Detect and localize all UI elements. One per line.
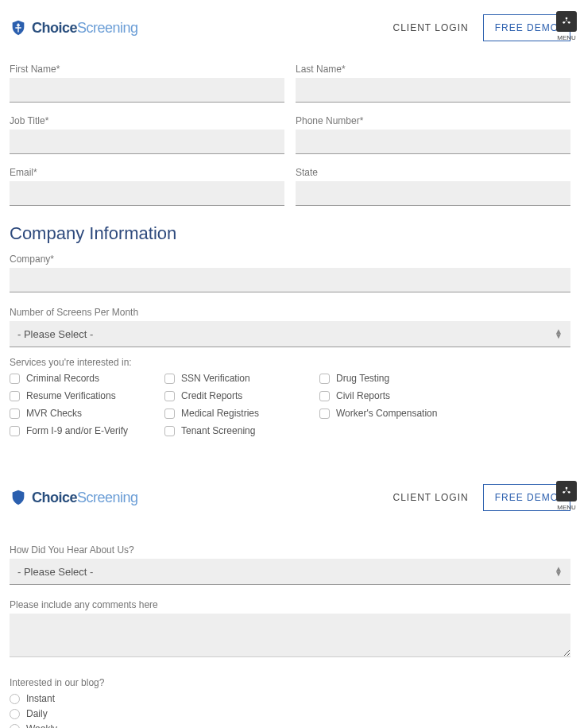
last-name-label: Last Name*	[296, 64, 570, 75]
email-input[interactable]	[10, 181, 284, 206]
first-name-input[interactable]	[10, 78, 284, 103]
services-label: Services you're interested in:	[10, 357, 570, 368]
screens-per-month-label: Number of Screens Per Month	[10, 307, 570, 318]
checkbox-credit-reports[interactable]: Credit Reports	[164, 390, 319, 401]
site-header: ChoiceScreening CLIENT LOGIN FREE DEMO	[0, 0, 580, 51]
menu-label: MENU	[556, 34, 577, 41]
menu-toggle[interactable]: MENU	[556, 11, 577, 41]
screens-per-month-select[interactable]: - Please Select -	[10, 321, 570, 347]
radio-weekly[interactable]: Weekly	[10, 723, 570, 728]
checkbox-icon	[319, 409, 330, 419]
checkbox-icon	[164, 426, 175, 436]
company-label: Company*	[10, 254, 570, 265]
header-nav: CLIENT LOGIN FREE DEMO	[393, 14, 570, 41]
how-did-you-hear-label: How Did You Hear About Us?	[10, 544, 570, 556]
menu-icon	[556, 11, 577, 32]
checkbox-icon	[164, 409, 175, 419]
checkbox-civil-reports[interactable]: Civil Reports	[319, 390, 474, 401]
first-name-label: First Name*	[10, 64, 284, 75]
shield-icon	[10, 19, 27, 37]
radio-icon	[10, 694, 20, 704]
email-label: Email*	[10, 167, 284, 178]
menu-toggle[interactable]: MENU	[556, 481, 577, 511]
shield-icon	[10, 489, 27, 506]
svg-point-0	[566, 17, 568, 20]
client-login-link[interactable]: CLIENT LOGIN	[393, 492, 469, 503]
checkbox-mvr-checks[interactable]: MVR Checks	[10, 408, 164, 419]
phone-label: Phone Number*	[296, 115, 570, 126]
blog-interest-label: Interested in our blog?	[10, 677, 570, 688]
header-nav: CLIENT LOGIN FREE DEMO	[393, 484, 570, 511]
checkbox-icon	[164, 374, 175, 384]
site-header: ChoiceScreening CLIENT LOGIN FREE DEMO M…	[0, 470, 580, 521]
state-input[interactable]	[296, 181, 570, 206]
checkbox-workers-compensation[interactable]: Worker's Compensation	[319, 408, 474, 419]
logo[interactable]: ChoiceScreening	[10, 19, 138, 37]
checkbox-medical-registries[interactable]: Medical Registries	[164, 408, 319, 419]
logo-text: ChoiceScreening	[32, 20, 138, 37]
checkbox-icon	[10, 374, 20, 384]
comments-label: Please include any comments here	[10, 599, 570, 610]
menu-icon	[556, 481, 577, 501]
checkbox-drug-testing[interactable]: Drug Testing	[319, 373, 474, 384]
checkbox-icon	[10, 426, 20, 436]
checkbox-icon	[10, 409, 20, 419]
checkbox-ssn-verification[interactable]: SSN Verification	[164, 373, 319, 384]
how-did-you-hear-select[interactable]: - Please Select -	[10, 559, 570, 585]
radio-daily[interactable]: Daily	[10, 708, 570, 719]
company-input[interactable]	[10, 268, 570, 292]
checkbox-resume-verifications[interactable]: Resume Verifications	[10, 390, 164, 401]
checkbox-icon	[10, 391, 20, 401]
checkbox-icon	[319, 391, 330, 401]
client-login-link[interactable]: CLIENT LOGIN	[393, 22, 469, 33]
logo-text: ChoiceScreening	[32, 490, 138, 506]
checkbox-icon	[319, 374, 330, 384]
radio-instant[interactable]: Instant	[10, 693, 570, 704]
job-title-input[interactable]	[10, 130, 284, 154]
phone-input[interactable]	[296, 130, 570, 154]
job-title-label: Job Title*	[10, 115, 284, 126]
company-information-heading: Company Information	[10, 223, 570, 244]
checkbox-icon	[164, 391, 175, 401]
svg-point-3	[566, 487, 568, 490]
last-name-input[interactable]	[296, 78, 570, 103]
checkbox-form-i9-everify[interactable]: Form I-9 and/or E-Verify	[10, 425, 164, 436]
logo[interactable]: ChoiceScreening	[10, 489, 138, 506]
radio-icon	[10, 709, 20, 719]
comments-textarea[interactable]	[10, 614, 570, 657]
checkbox-criminal-records[interactable]: Criminal Records	[10, 373, 164, 384]
radio-icon	[10, 724, 20, 729]
checkbox-tenant-screening[interactable]: Tenant Screening	[164, 425, 319, 436]
state-label: State	[296, 167, 570, 178]
menu-label: MENU	[556, 504, 577, 511]
